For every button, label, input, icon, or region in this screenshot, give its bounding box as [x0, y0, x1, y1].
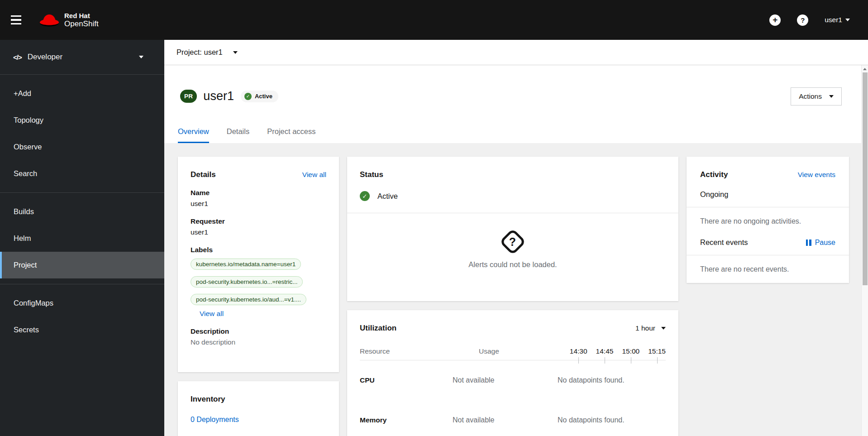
chevron-down-icon: [233, 51, 238, 54]
labels-field-label: Labels: [191, 246, 326, 254]
tab-details[interactable]: Details: [227, 127, 249, 143]
sidebar-item-helm[interactable]: Helm: [0, 225, 164, 252]
overview-content: Details View all Name user1 Requester us…: [164, 143, 861, 436]
time-tick-label: 15:15: [648, 347, 666, 355]
scrollbar-thumb[interactable]: [863, 72, 868, 285]
nav-section-3: ConfigMaps Secrets: [0, 284, 164, 349]
resource-datapoints: No datapoints found.: [558, 376, 666, 384]
description-field-label: Description: [191, 327, 326, 335]
status-card: Status ✓ Active ? Alerts could not be lo…: [347, 157, 678, 301]
divider: [687, 207, 849, 207]
chevron-down-icon: [829, 95, 834, 98]
divider: [687, 255, 849, 255]
nav-toggle-hamburger-icon[interactable]: [11, 12, 29, 28]
actions-dropdown-button[interactable]: Actions: [791, 87, 842, 105]
sidebar-item-secrets[interactable]: Secrets: [0, 316, 164, 343]
user-menu-dropdown[interactable]: user1: [825, 16, 850, 24]
deployments-link[interactable]: 0 Deployments: [191, 416, 326, 424]
pause-icon: [806, 240, 811, 246]
usage-column-header: Usage: [453, 347, 558, 355]
project-resource-badge: PR: [180, 90, 197, 103]
name-field-label: Name: [191, 189, 326, 197]
label-pill[interactable]: pod-security.kubernetes.io...=restric...: [191, 276, 303, 287]
sidebar-nav: </> Developer +Add Topology Observe Sear…: [0, 40, 164, 436]
pause-label: Pause: [815, 239, 835, 247]
sidebar-item-topology[interactable]: Topology: [0, 107, 164, 134]
details-card-title: Details: [191, 170, 216, 179]
sidebar-item-add[interactable]: +Add: [0, 80, 164, 107]
brand-line2: OpenShift: [64, 19, 99, 29]
inventory-card-title: Inventory: [191, 395, 225, 403]
status-card-title: Status: [360, 170, 666, 179]
sidebar-item-search[interactable]: Search: [0, 160, 164, 187]
brand-text: Red Hat OpenShift: [64, 12, 99, 29]
labels-view-all-link[interactable]: View all: [200, 310, 224, 318]
check-circle-icon: ✓: [360, 191, 370, 201]
help-question-circle-icon[interactable]: ?: [797, 14, 808, 26]
activity-card-title: Activity: [700, 170, 728, 179]
alerts-message: Alerts could not be loaded.: [468, 260, 557, 269]
resource-datapoints: No datapoints found.: [558, 416, 666, 424]
description-field-value: No description: [191, 338, 326, 346]
chevron-down-icon: [139, 56, 143, 58]
utilization-row-cpu: CPU Not available No datapoints found.: [360, 360, 666, 400]
masthead: Red Hat OpenShift + ? user1: [0, 0, 868, 40]
actions-label: Actions: [799, 92, 822, 101]
chevron-down-icon: [661, 327, 666, 330]
utilization-header-row: Resource Usage 14:30 14:45 15:00 15:15: [360, 347, 666, 360]
tab-overview[interactable]: Overview: [178, 127, 209, 143]
brand-line1: Red Hat: [64, 12, 99, 19]
resource-column-header: Resource: [360, 347, 453, 355]
page-header: PR user1 ✓ Active Actions Overview Detai…: [164, 65, 861, 143]
red-hat-icon: [39, 12, 60, 28]
chevron-down-icon: [845, 19, 850, 21]
label-pill[interactable]: kubernetes.io/metadata.name=user1: [191, 259, 301, 270]
nav-section-2: Builds Helm Project: [0, 193, 164, 284]
status-state-label: Active: [377, 192, 398, 201]
sidebar-item-builds[interactable]: Builds: [0, 198, 164, 225]
check-circle-icon: ✓: [244, 93, 252, 100]
requester-field-value: user1: [191, 228, 326, 236]
perspective-label: Developer: [28, 53, 63, 62]
details-card: Details View all Name user1 Requester us…: [178, 157, 339, 372]
utilization-card-title: Utilization: [360, 324, 396, 333]
label-pill[interactable]: pod-security.kubernetes.io/aud...=v1....: [191, 294, 306, 305]
name-field-value: user1: [191, 200, 326, 208]
sidebar-item-project[interactable]: Project: [0, 252, 164, 278]
tab-project-access[interactable]: Project access: [267, 127, 315, 143]
no-ongoing-message: There are no ongoing activities.: [700, 217, 835, 225]
time-axis: 14:30 14:45 15:00 15:15: [558, 347, 666, 355]
pause-events-button[interactable]: Pause: [806, 239, 835, 247]
sidebar-item-observe[interactable]: Observe: [0, 134, 164, 160]
resource-name: Memory: [360, 416, 453, 424]
duration-label: 1 hour: [635, 324, 655, 332]
user-menu-label: user1: [825, 16, 842, 24]
vertical-scrollbar[interactable]: [861, 65, 868, 436]
no-recent-message: There are no recent events.: [700, 265, 835, 273]
code-icon: </>: [13, 53, 22, 61]
inventory-card: Inventory 0 Deployments: [178, 381, 339, 436]
time-tick-label: 14:45: [596, 347, 614, 355]
nav-section-1: +Add Topology Observe Search: [0, 75, 164, 193]
time-tick-label: 15:00: [622, 347, 639, 355]
utilization-card: Utilization 1 hour Resource Usage 14:30 …: [347, 310, 678, 436]
scrollbar-up-arrow-icon[interactable]: [862, 65, 868, 72]
perspective-switcher[interactable]: </> Developer: [0, 40, 164, 75]
activity-card: Activity View events Ongoing There are n…: [687, 157, 849, 283]
utilization-row-memory: Memory Not available No datapoints found…: [360, 400, 666, 436]
add-plus-circle-icon[interactable]: +: [769, 14, 781, 26]
project-selector-dropdown[interactable]: Project: user1: [164, 40, 868, 65]
duration-dropdown[interactable]: 1 hour: [635, 324, 666, 332]
recent-events-heading: Recent events: [700, 238, 748, 247]
unknown-alerts-icon: ?: [499, 228, 526, 255]
resource-usage: Not available: [453, 376, 558, 384]
details-view-all-link[interactable]: View all: [302, 171, 326, 179]
status-badge-label: Active: [255, 93, 272, 100]
brand-logo[interactable]: Red Hat OpenShift: [39, 12, 99, 29]
main-area: Project: user1 PR user1 ✓ Active Actions…: [164, 40, 868, 436]
view-events-link[interactable]: View events: [798, 171, 835, 179]
page-title: user1: [203, 89, 234, 103]
project-selector-label: Project: user1: [176, 48, 223, 57]
sidebar-item-configmaps[interactable]: ConfigMaps: [0, 290, 164, 316]
time-tick-label: 14:30: [570, 347, 587, 355]
